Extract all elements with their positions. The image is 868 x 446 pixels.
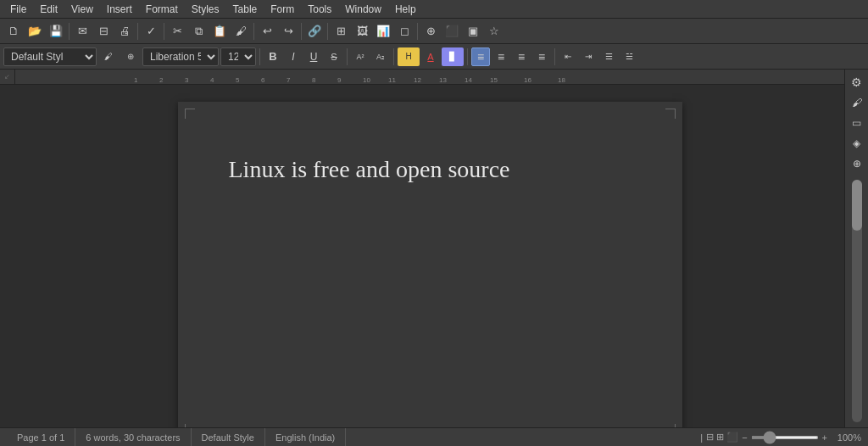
layout-icons: ⊟ ⊞ ⬛: [706, 432, 738, 443]
ruler-mark-4: 4: [210, 76, 214, 84]
format-separator-2: [347, 48, 348, 65]
language-info: English (India): [265, 428, 346, 446]
text-bg-button[interactable]: ▊: [442, 47, 464, 66]
indent-decrease-button[interactable]: ⇤: [559, 47, 577, 66]
bold-button[interactable]: B: [264, 47, 282, 66]
content-area: 1 2 3 4 5 6 7 8 9 10 11 12 13 14 15 16 1…: [15, 70, 844, 427]
ruler-mark-10: 10: [363, 76, 370, 84]
format-separator-1: [259, 48, 260, 65]
font-color-button[interactable]: A: [421, 47, 440, 66]
save-button[interactable]: 💾: [46, 21, 66, 42]
document-page: Linux is free and open source: [178, 102, 682, 427]
print-preview-button[interactable]: ⊟: [93, 21, 114, 42]
ruler-mark-1: 1: [134, 76, 137, 84]
paragraph-style-select[interactable]: Default Styl: [3, 47, 97, 66]
cut-button[interactable]: ✂: [167, 21, 187, 42]
gallery-button[interactable]: ⬛: [442, 21, 462, 42]
menu-help[interactable]: Help: [388, 2, 423, 17]
numbering-button[interactable]: ☱: [620, 47, 638, 66]
functions-button[interactable]: ⊕: [848, 154, 866, 173]
menu-table[interactable]: Table: [226, 2, 264, 17]
sidebar-button[interactable]: ▣: [463, 21, 483, 42]
paste-button[interactable]: 📋: [209, 21, 230, 42]
align-left-button[interactable]: ≡: [471, 47, 490, 66]
ruler-mark-11: 11: [388, 76, 396, 84]
align-right-button[interactable]: ≡: [512, 47, 531, 66]
navigator-button[interactable]: ⊕: [420, 21, 441, 42]
page-info: Page 1 of 1: [7, 428, 75, 446]
menu-form[interactable]: Form: [264, 2, 301, 17]
superscript-button[interactable]: A²: [351, 47, 370, 66]
ruler-mark-7: 7: [287, 76, 290, 84]
menu-insert[interactable]: Insert: [100, 2, 139, 17]
align-justify-button[interactable]: ≡: [532, 47, 551, 66]
strikethrough-button[interactable]: S: [325, 47, 343, 66]
menu-bar: File Edit View Insert Format Styles Tabl…: [0, 0, 868, 19]
print-button[interactable]: 🖨: [114, 21, 135, 42]
undo-button[interactable]: ↩: [257, 21, 277, 42]
table-button[interactable]: ⊞: [331, 21, 351, 42]
ruler-mark-5: 5: [236, 76, 239, 84]
toolbar-separator-7: [417, 23, 418, 40]
menu-format[interactable]: Format: [139, 2, 185, 17]
style-btn[interactable]: 🖌: [98, 47, 119, 67]
zoom-decrease-icon: −: [742, 432, 747, 443]
menu-view[interactable]: View: [64, 2, 100, 17]
font-name-select[interactable]: Liberation 5: [142, 47, 219, 66]
menu-styles[interactable]: Styles: [185, 2, 226, 17]
zoom-increase-icon: +: [822, 432, 827, 443]
status-bar: Page 1 of 1 6 words, 30 characters Defau…: [0, 427, 868, 446]
toolbar-separator-6: [327, 23, 328, 40]
menu-window[interactable]: Window: [338, 2, 388, 17]
font-size-select[interactable]: 12: [220, 47, 256, 66]
bullets-button[interactable]: ☰: [599, 47, 618, 66]
spellcheck-button[interactable]: ✓: [141, 21, 161, 42]
format-paint-button[interactable]: 🖌: [231, 21, 251, 42]
redo-button[interactable]: ↪: [278, 21, 298, 42]
left-margin: ↙: [0, 70, 15, 427]
shapes-button[interactable]: ◻: [394, 21, 415, 42]
more-button[interactable]: ☆: [484, 21, 504, 42]
ruler-mark-2: 2: [159, 76, 163, 84]
cursor-position: |: [700, 432, 703, 443]
toolbar-separator-5: [301, 23, 302, 40]
email-button[interactable]: ✉: [72, 21, 92, 42]
italic-button[interactable]: I: [284, 47, 303, 66]
ruler-mark-13: 13: [439, 76, 447, 84]
corner-bl: [185, 424, 195, 427]
corner-br: [665, 424, 676, 427]
menu-tools[interactable]: Tools: [301, 2, 338, 17]
zoom-slider[interactable]: [751, 436, 819, 439]
open-button[interactable]: 📂: [25, 21, 45, 42]
main-area: ↙ 1 2 3 4 5 6 7 8 9 10 11 12 13 14 15 16: [0, 70, 868, 427]
gallery-side-button[interactable]: ▭: [848, 114, 866, 132]
ruler-mark-14: 14: [465, 76, 472, 84]
subscript-button[interactable]: A₂: [371, 47, 390, 66]
document-scroll-area[interactable]: Linux is free and open source: [15, 85, 844, 427]
navigator-side-button[interactable]: ◈: [848, 134, 866, 153]
ruler-mark-17: 18: [558, 76, 565, 84]
highlight-button[interactable]: H: [398, 47, 420, 66]
style-info: Default Style: [192, 428, 265, 446]
status-right: | ⊟ ⊞ ⬛ − + 100%: [700, 432, 861, 443]
new-style-btn[interactable]: ⊕: [120, 47, 141, 67]
new-button[interactable]: 🗋: [3, 21, 24, 42]
align-center-button[interactable]: ≡: [492, 47, 510, 66]
menu-file[interactable]: File: [3, 2, 33, 17]
image-button[interactable]: 🖼: [352, 21, 372, 42]
corner-tl: [185, 109, 195, 119]
indent-increase-button[interactable]: ⇥: [579, 47, 598, 66]
copy-button[interactable]: ⧉: [188, 21, 209, 42]
document-text[interactable]: Linux is free and open source: [178, 102, 682, 237]
chart-button[interactable]: 📊: [373, 21, 393, 42]
styles-panel-button[interactable]: 🖌: [848, 93, 866, 112]
hyperlink-button[interactable]: 🔗: [304, 21, 325, 42]
ruler-mark-6: 6: [261, 76, 264, 84]
ruler: 1 2 3 4 5 6 7 8 9 10 11 12 13 14 15 16 1…: [15, 70, 844, 85]
menu-edit[interactable]: Edit: [33, 2, 64, 17]
ruler-mark-12: 12: [414, 76, 421, 84]
ruler-mark-3: 3: [185, 76, 188, 84]
properties-button[interactable]: ⚙: [848, 73, 866, 92]
underline-button[interactable]: U: [304, 47, 323, 66]
format-separator-4: [467, 48, 468, 65]
